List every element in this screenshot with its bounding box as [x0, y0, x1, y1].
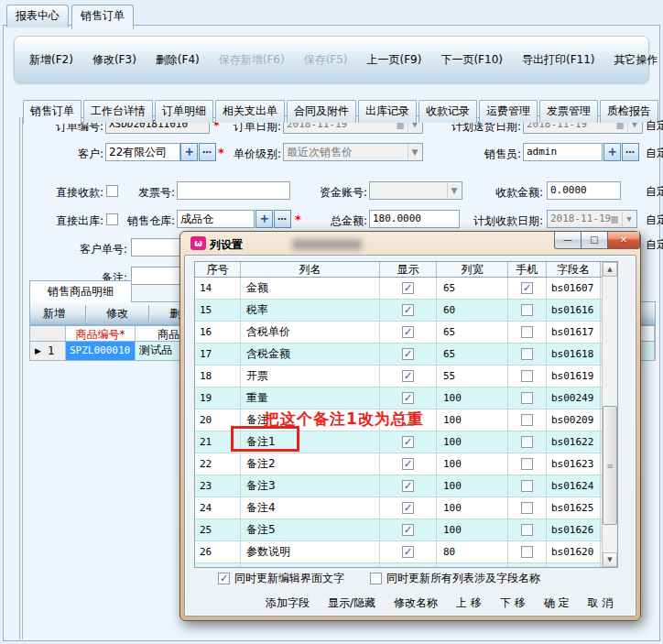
- checkbox-checked-icon[interactable]: ✓: [402, 524, 414, 536]
- customer-add-button[interactable]: ＋: [180, 143, 198, 161]
- column-name-cell[interactable]: 备注3: [241, 475, 380, 497]
- checkbox-unchecked-icon[interactable]: [521, 326, 533, 338]
- scroll-up-icon[interactable]: ▲: [603, 262, 617, 277]
- option-update-edit-ui[interactable]: ✓同时更新编辑界面文字: [218, 571, 344, 586]
- warehouse-lookup-button[interactable]: …: [274, 210, 291, 228]
- salesman-add-button[interactable]: ＋: [603, 143, 621, 161]
- close-button[interactable]: ✕: [608, 232, 640, 249]
- checkbox-checked-icon[interactable]: ✓: [402, 546, 414, 558]
- salesman-input[interactable]: admin: [523, 143, 603, 161]
- dialog-button-修改名称[interactable]: 修改名称: [394, 595, 438, 611]
- checkbox-unchecked-icon[interactable]: [521, 414, 533, 426]
- checkbox-checked-icon[interactable]: ✓: [402, 480, 414, 492]
- column-name-cell[interactable]: 备注2: [241, 453, 380, 475]
- column-width-cell[interactable]: 100: [437, 563, 508, 568]
- checkbox-checked-icon[interactable]: ✓: [402, 326, 414, 338]
- form-tab-发票管理[interactable]: 发票管理: [539, 100, 598, 123]
- grid-row-23[interactable]: 23备注3✓100bs01624: [195, 475, 617, 497]
- checkbox-unchecked-icon[interactable]: [521, 370, 533, 382]
- dialog-button-确定[interactable]: 确 定: [544, 595, 570, 611]
- scrollbar-thumb[interactable]: ≡: [603, 406, 617, 525]
- checkbox-checked-icon[interactable]: ✓: [402, 282, 414, 294]
- warehouse-input[interactable]: 成品仓: [177, 210, 255, 228]
- grid-row-17[interactable]: 17含税金额✓65bs01618: [195, 344, 617, 366]
- checkbox-checked-icon[interactable]: ✓: [402, 370, 414, 382]
- column-width-cell[interactable]: 100: [437, 475, 508, 497]
- scroll-down-icon[interactable]: ▼: [603, 552, 617, 567]
- grid-row-22[interactable]: 22备注2✓100bs01623: [195, 453, 617, 475]
- grid-scrollbar[interactable]: ▲ ≡ ▼: [602, 262, 617, 567]
- chevron-down-icon[interactable]: ▼: [408, 145, 421, 159]
- form-tab-工作台详情[interactable]: 工作台详情: [83, 100, 153, 123]
- checkbox-unchecked-icon[interactable]: [521, 524, 533, 536]
- checkbox-unchecked-icon[interactable]: [521, 304, 533, 316]
- plan-receipt-date-picker[interactable]: 2018-11-19 ▦ ▼: [547, 210, 637, 228]
- column-width-cell[interactable]: 100: [437, 497, 508, 518]
- checkbox-checked-icon[interactable]: ✓: [402, 304, 414, 316]
- column-name-cell[interactable]: 预占: [241, 563, 380, 568]
- column-width-cell[interactable]: 55: [437, 366, 508, 387]
- grid-row-27[interactable]: 27预占100bs00224: [195, 563, 617, 568]
- column-name-cell[interactable]: 参数说明: [241, 541, 380, 562]
- maximize-button[interactable]: □: [581, 232, 608, 249]
- column-name-cell[interactable]: 备注4: [241, 497, 380, 518]
- checkbox-checked-icon[interactable]: ✓: [402, 458, 414, 470]
- salesman-lookup-button[interactable]: …: [622, 143, 639, 161]
- dialog-button-添加字段[interactable]: 添加字段: [266, 595, 310, 611]
- option-update-all-lists[interactable]: 同时更新所有列表涉及字段名称: [370, 571, 540, 586]
- checkbox-unchecked-icon[interactable]: [521, 392, 533, 404]
- column-name-cell[interactable]: 金额: [241, 278, 380, 299]
- chevron-down-icon[interactable]: ▼: [622, 212, 636, 226]
- form-tab-收款记录[interactable]: 收款记录: [418, 100, 477, 123]
- grid-column-header-显示[interactable]: 显示: [380, 262, 437, 277]
- column-name-cell[interactable]: 重量: [241, 387, 380, 409]
- column-width-cell[interactable]: 65: [437, 344, 508, 365]
- dialog-button-显示/隐藏[interactable]: 显示/隐藏: [328, 595, 375, 611]
- window-tab-报表中心[interactable]: 报表中心: [6, 5, 69, 27]
- dialog-button-下移[interactable]: 下 移: [500, 595, 526, 611]
- checkbox-checked-icon[interactable]: ✓: [402, 348, 414, 360]
- checkbox-checked-icon[interactable]: ✓: [218, 573, 230, 584]
- column-width-cell[interactable]: 100: [437, 387, 508, 409]
- dialog-button-取消[interactable]: 取 消: [588, 595, 614, 611]
- column-width-cell[interactable]: 65: [437, 278, 508, 299]
- form-tab-合同及附件[interactable]: 合同及附件: [287, 100, 356, 123]
- form-tab-订单明细[interactable]: 订单明细: [155, 100, 213, 123]
- grid-column-header-列宽[interactable]: 列宽: [437, 262, 508, 277]
- checkbox-unchecked-icon[interactable]: [521, 546, 533, 558]
- checkbox-unchecked-icon[interactable]: [370, 573, 382, 584]
- column-name-cell[interactable]: 含税单价: [241, 322, 380, 343]
- detail-tab-sales-items[interactable]: 销售商品明细: [29, 280, 132, 302]
- customer-input[interactable]: 22有限公司: [105, 143, 180, 161]
- grid-row-24[interactable]: 24备注4✓100bs01625: [195, 497, 617, 519]
- detail-button-修改[interactable]: 修改: [93, 306, 141, 322]
- toolbar-button-其它操作[interactable]: 其它操作: [614, 53, 658, 67]
- grid-column-header-序号[interactable]: 序号: [195, 262, 241, 277]
- form-tab-运费管理[interactable]: 运费管理: [479, 100, 538, 123]
- column-width-cell[interactable]: 60: [437, 300, 508, 321]
- checkbox-unchecked-icon[interactable]: [521, 502, 533, 514]
- warehouse-add-button[interactable]: ＋: [255, 210, 273, 228]
- grid-column-header-字段名[interactable]: 字段名: [547, 262, 601, 277]
- form-tab-出库记录[interactable]: 出库记录: [358, 100, 417, 123]
- grid-column-header-手机[interactable]: 手机: [508, 262, 547, 277]
- grid-row-26[interactable]: 26参数说明✓80bs01620: [195, 541, 617, 563]
- grid-row-15[interactable]: 15税率✓60bs01616: [195, 300, 617, 322]
- product-code-cell[interactable]: SPZL000010: [66, 342, 136, 360]
- grid-column-header-列名[interactable]: 列名: [241, 262, 380, 277]
- dialog-button-上移[interactable]: 上 移: [456, 595, 482, 611]
- toolbar-button-上一页[interactable]: 上一页(F9): [367, 53, 422, 67]
- grid-row-19[interactable]: 19重量✓100bs00249: [195, 387, 617, 409]
- grid-row-25[interactable]: 25备注5✓100bs01626: [195, 519, 617, 541]
- column-name-cell[interactable]: 备注5: [241, 519, 380, 540]
- toolbar-button-下一页[interactable]: 下一页(F10): [440, 53, 503, 67]
- column-name-cell[interactable]: 税率: [241, 300, 380, 321]
- product-code-column-header[interactable]: 商品编号*: [66, 326, 136, 341]
- checkbox-unchecked-icon[interactable]: [521, 436, 533, 448]
- column-width-cell[interactable]: 80: [437, 541, 508, 562]
- invoice-no-input[interactable]: [177, 181, 290, 200]
- checkbox-checked-icon[interactable]: ✓: [402, 392, 414, 404]
- minimize-button[interactable]: —: [554, 232, 581, 249]
- grid-row-18[interactable]: 18开票✓55bs01619: [195, 366, 617, 387]
- column-width-cell[interactable]: 100: [437, 409, 508, 431]
